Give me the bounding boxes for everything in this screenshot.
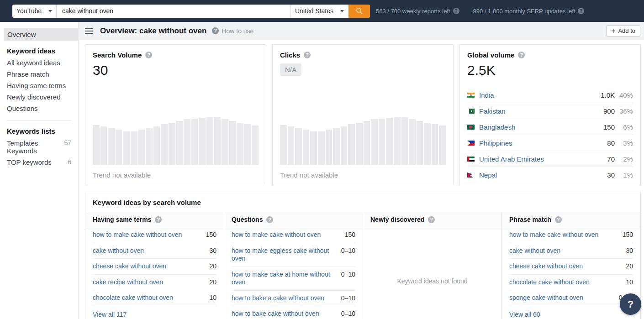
keyword-link[interactable]: how to make cake without oven — [509, 231, 598, 239]
keyword-link[interactable]: cake without oven — [509, 247, 560, 255]
column-title: Phrase match — [509, 216, 551, 223]
keyword-row: how to make cake without oven 150 — [93, 227, 216, 243]
sidebar-item-keyword-list[interactable]: Templates Keywords 57 — [0, 137, 78, 157]
keyword-row: chocolate cake without oven 10 — [93, 290, 216, 306]
search-engine-select[interactable]: YouTube — [12, 5, 57, 18]
help-icon[interactable]: ? — [428, 216, 435, 223]
global-volume-value: 2.5K — [467, 63, 633, 78]
help-icon[interactable]: ? — [555, 216, 562, 223]
country-volume: 30 — [596, 171, 615, 179]
weekly-reports-text: 563 / 700 weekly reports left — [376, 8, 450, 15]
keyword-ideas-columns: Having same terms ? how to make cake wit… — [85, 212, 640, 319]
country-link[interactable]: United Arab Emirates — [479, 155, 596, 163]
keyword-row: cake without oven 30 — [509, 243, 633, 259]
keyword-link[interactable]: how to bake a cake without oven — [232, 294, 324, 303]
keyword-search-bar: YouTube United States — [12, 5, 370, 18]
country-row: Nepal 30 1% — [467, 167, 633, 183]
keyword-link[interactable]: chocolate cake without oven — [509, 278, 590, 287]
sidebar-item-keyword-list[interactable]: TOP keywords 6 — [0, 157, 78, 168]
help-icon[interactable]: ? — [145, 52, 152, 58]
keyword-row: chocolate cake without oven 10 — [509, 275, 633, 291]
keyword-link[interactable]: how to make eggless cake without oven — [232, 247, 337, 263]
sidebar-item[interactable]: All keyword ideas — [0, 57, 78, 68]
keyword-link[interactable]: how to make cake without oven — [232, 231, 321, 239]
country-link[interactable]: Nepal — [479, 171, 596, 179]
view-all-link[interactable]: View all 117 — [85, 306, 224, 319]
country-link[interactable]: Philippines — [479, 139, 596, 147]
empty-state-message: Keyword ideas not found — [363, 227, 501, 319]
help-icon[interactable]: ? — [453, 8, 459, 14]
sidebar-item[interactable]: Newly discovered — [0, 91, 78, 103]
country-percent: 2% — [615, 155, 633, 163]
keyword-list-count: 57 — [64, 139, 71, 155]
plus-icon: + — [611, 27, 615, 35]
sidebar-item-overview[interactable]: Overview — [4, 28, 78, 41]
chevron-down-icon — [340, 10, 344, 12]
keyword-row: how to make cake without oven 150 — [232, 227, 355, 243]
help-fab-button[interactable]: ? — [620, 293, 641, 315]
keyword-row: sponge cake without oven 0–10 — [509, 290, 633, 306]
help-icon[interactable]: ? — [518, 52, 525, 58]
keyword-link[interactable]: how to make cake without oven — [93, 231, 182, 239]
help-icon[interactable]: ? — [304, 52, 311, 58]
trend-not-available-note: Trend not available — [280, 171, 338, 179]
keyword-link[interactable]: how to make cake at home without oven — [232, 271, 337, 287]
how-to-use-link[interactable]: ? How to use — [212, 27, 253, 35]
keyword-link[interactable]: chocolate cake without oven — [93, 294, 173, 302]
country-row: Bangladesh 150 6% — [467, 119, 633, 135]
keyword-link[interactable]: how to bake cake without oven — [232, 310, 319, 318]
serp-updates-quota: 990 / 1,000 monthly SERP updates left ? — [473, 8, 585, 15]
sidebar-item[interactable]: Questions — [0, 103, 78, 114]
keyword-volume: 10 — [626, 278, 633, 287]
country-row: Pakistan 900 36% — [467, 103, 633, 119]
clicks-na-badge: N/A — [280, 63, 301, 76]
search-volume-trend-chart — [93, 117, 259, 165]
country-select[interactable]: United States — [290, 5, 348, 18]
keyword-list-count: 6 — [68, 158, 71, 166]
country-volume: 70 — [596, 155, 615, 163]
sidebar-item[interactable]: Having same terms — [0, 80, 78, 91]
help-icon[interactable]: ? — [266, 216, 273, 223]
keyword-volume: 150 — [345, 231, 355, 239]
country-value: United States — [295, 7, 333, 15]
keyword-volume: 20 — [626, 262, 633, 271]
keyword-ideas-panel-title: Keyword ideas by search volume — [85, 192, 640, 212]
keyword-row: cake without oven 30 — [93, 243, 216, 259]
help-icon[interactable]: ? — [578, 8, 584, 14]
search-button[interactable] — [348, 5, 370, 18]
keyword-volume: 20 — [209, 278, 216, 287]
keyword-link[interactable]: cheese cake without oven — [93, 262, 166, 271]
keyword-link[interactable]: cake without oven — [93, 247, 144, 255]
keyword-volume: 10 — [209, 294, 216, 302]
country-percent: 1% — [615, 171, 633, 179]
keyword-row: how to make cake at home without oven 0–… — [232, 267, 355, 291]
view-all-link[interactable]: View all 60 — [502, 306, 640, 319]
country-volume: 80 — [596, 139, 615, 147]
sidebar-keyword-ideas-list: All keyword ideas Phrase match Having sa… — [0, 57, 78, 114]
metric-cards-row: Search Volume ? 30 Trend not available C… — [79, 40, 644, 185]
column-questions: Questions ? how to make cake without ove… — [224, 212, 363, 319]
keyword-rows: how to make cake without oven 150 cake w… — [85, 227, 224, 306]
column-newly-discovered: Newly discovered ? Keyword ideas not fou… — [363, 212, 502, 319]
global-volume-card: Global volume ? 2.5K India 1.0K 40% — [459, 44, 641, 185]
country-link[interactable]: Bangladesh — [479, 123, 596, 131]
keyword-volume: 0–10 — [341, 271, 355, 287]
country-link[interactable]: Pakistan — [479, 107, 596, 115]
keyword-row: how to make eggless cake without oven 0–… — [232, 243, 355, 267]
keyword-search-input[interactable] — [57, 5, 290, 18]
keyword-volume: 150 — [623, 231, 633, 239]
sidebar: Overview Keyword ideas All keyword ideas… — [0, 22, 79, 319]
country-link[interactable]: India — [479, 91, 596, 99]
keyword-link[interactable]: cheese cake without oven — [509, 262, 583, 271]
keyword-link[interactable]: cake recipe without oven — [93, 278, 163, 287]
add-to-button[interactable]: + Add to — [606, 25, 640, 37]
keyword-row: how to bake a cake without oven 0–10 — [232, 291, 355, 307]
menu-icon[interactable] — [85, 28, 93, 34]
column-title: Having same terms — [93, 216, 151, 223]
country-volume-list: India 1.0K 40% Pakistan 900 36% — [467, 87, 633, 183]
sidebar-item[interactable]: Phrase match — [0, 68, 78, 80]
keyword-link[interactable]: sponge cake without oven — [509, 294, 583, 302]
help-icon[interactable]: ? — [155, 216, 162, 223]
weekly-reports-quota: 563 / 700 weekly reports left ? — [376, 8, 459, 15]
keyword-row: how to bake cake without oven 0–10 — [232, 306, 355, 319]
